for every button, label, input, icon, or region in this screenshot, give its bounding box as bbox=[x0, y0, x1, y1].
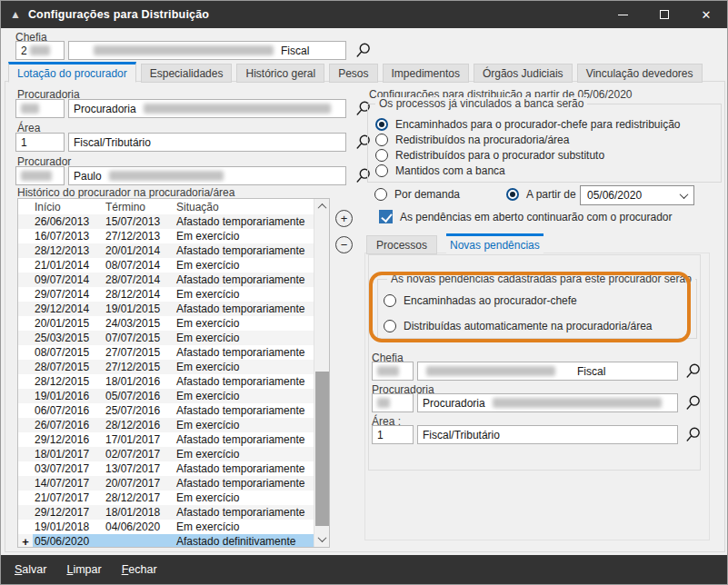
procuradoria-code-field[interactable] bbox=[15, 99, 65, 118]
procuradoria-right-name-field[interactable]: Procuradoria bbox=[417, 393, 678, 412]
radio-label: Distribuídas automaticamente na procurad… bbox=[404, 320, 652, 332]
chefia-top-code-field[interactable]: 2 bbox=[15, 41, 65, 60]
scrollbar-thumb[interactable] bbox=[315, 372, 329, 526]
maximize-button[interactable] bbox=[643, 1, 685, 28]
radio-option[interactable]: Redistribuídos para o procurador substit… bbox=[375, 147, 721, 163]
radio-option[interactable]: Redistribuídos na procuradoria/área bbox=[375, 132, 721, 147]
main-tab-label: Especialidades bbox=[150, 67, 224, 80]
minimize-button[interactable] bbox=[602, 1, 643, 28]
footer-button[interactable]: Fechar bbox=[122, 563, 157, 576]
table-row[interactable]: 19/01/2018 04/06/2020 Em exercício bbox=[18, 520, 329, 534]
table-row[interactable]: 09/07/2014 28/07/2014 Afastado temporari… bbox=[18, 273, 329, 287]
main-tab[interactable]: Vinculação devedores bbox=[577, 64, 703, 83]
table-row[interactable]: 26/06/2013 15/07/2013 Afastado temporari… bbox=[18, 214, 329, 229]
cell-inicio: 28/07/2015 bbox=[33, 360, 104, 374]
cell-situacao: Afastado temporariamente bbox=[175, 243, 329, 258]
add-row-button[interactable]: + bbox=[335, 210, 353, 227]
footer-button[interactable]: Limpar bbox=[66, 563, 101, 576]
pendencias-checkbox-row[interactable]: As pendências em aberto continuarão com … bbox=[379, 210, 673, 223]
procuradoria-row: Procuradoria bbox=[15, 99, 372, 118]
main-tab[interactable]: Órgãos Judiciais bbox=[474, 64, 573, 83]
redacted-text bbox=[21, 104, 39, 114]
main-tab-label: Histórico geral bbox=[245, 67, 315, 80]
main-tab-label: Impedimentos bbox=[392, 67, 460, 80]
row-marker bbox=[18, 287, 33, 302]
scroll-down-button[interactable] bbox=[314, 532, 329, 546]
area-name-field[interactable]: Fiscal/Tributário bbox=[68, 133, 346, 152]
radio-option[interactable]: Encaminhados para o procurador-chefe par… bbox=[375, 116, 721, 132]
procuradoria-name-field[interactable]: Procuradoria bbox=[68, 99, 346, 118]
table-row[interactable]: 18/01/2017 02/07/2017 Em exercício bbox=[18, 447, 329, 461]
table-row[interactable]: 29/12/2014 19/01/2015 Afastado temporari… bbox=[18, 302, 329, 316]
vinculados-options: Encaminhados para o procurador-chefe par… bbox=[368, 104, 721, 178]
remove-row-button[interactable]: − bbox=[335, 236, 353, 253]
table-row[interactable]: 21/07/2017 28/12/2017 Em exercício bbox=[18, 491, 329, 505]
procuradoria-right-code-field[interactable] bbox=[372, 393, 414, 412]
table-row[interactable]: 28/07/2015 27/12/2015 Em exercício bbox=[18, 360, 329, 374]
chefia-right-code-field[interactable] bbox=[372, 362, 414, 381]
footer-button[interactable]: Salvar bbox=[15, 563, 46, 576]
area-code-field[interactable]: 1 bbox=[15, 133, 65, 152]
main-tab[interactable]: Impedimentos bbox=[383, 64, 469, 83]
table-row[interactable]: 16/07/2013 27/12/2013 Em exercício bbox=[18, 229, 329, 243]
table-row[interactable]: 08/07/2015 27/07/2015 Afastado temporari… bbox=[18, 345, 329, 360]
chefia-right-row: Fiscal bbox=[372, 362, 702, 381]
area-right-name-field[interactable]: Fiscal/Tributário bbox=[417, 425, 678, 444]
chefia-top-name-field[interactable]: Fiscal bbox=[68, 41, 346, 60]
col-situacao: Situação bbox=[175, 199, 329, 214]
area-right-search-button[interactable] bbox=[683, 426, 702, 444]
redacted-text bbox=[377, 398, 390, 408]
radio-option[interactable]: Mantidos com a banca bbox=[375, 163, 721, 178]
table-row[interactable]: 21/01/2014 08/07/2014 Em exercício bbox=[18, 258, 329, 273]
chefia-top-search-button[interactable] bbox=[354, 42, 372, 60]
sub-tab[interactable]: Novas pendências bbox=[446, 233, 544, 254]
radio-option[interactable]: Encaminhadas ao procurador-chefe bbox=[384, 292, 696, 308]
main-tab[interactable]: Especialidades bbox=[141, 64, 233, 83]
radio-option[interactable]: Distribuídas automaticamente na procurad… bbox=[384, 318, 696, 333]
cell-inicio: 18/01/2017 bbox=[33, 447, 104, 461]
table-row[interactable]: 29/07/2014 28/12/2014 Em exercício bbox=[18, 287, 329, 302]
radio-a-partir-de[interactable]: A partir de bbox=[506, 188, 576, 201]
table-row[interactable]: 25/03/2015 07/07/2015 Em exercício bbox=[18, 331, 329, 345]
cell-inicio: 06/07/2016 bbox=[33, 403, 104, 418]
close-button[interactable]: ✕ bbox=[685, 1, 727, 28]
minimize-icon bbox=[618, 15, 628, 15]
scroll-up-button[interactable] bbox=[314, 200, 329, 213]
chefia-right-search-button[interactable] bbox=[683, 362, 702, 381]
novas-groupbox: As novas pendências cadastradas para est… bbox=[377, 279, 697, 339]
area-right-code-field[interactable]: 1 bbox=[372, 425, 414, 444]
main-tab-label: Vinculação devedores bbox=[586, 67, 693, 80]
cell-termino: 28/12/2017 bbox=[104, 491, 175, 505]
main-tab-label: Órgãos Judiciais bbox=[483, 67, 563, 80]
main-tab[interactable]: Histórico geral bbox=[236, 64, 324, 83]
cell-situacao: Em exercício bbox=[175, 331, 329, 345]
table-row[interactable]: 14/07/2017 20/07/2017 Afastado temporari… bbox=[18, 476, 329, 491]
table-row[interactable]: 19/01/2016 05/07/2016 Em exercício bbox=[18, 389, 329, 403]
cell-inicio: 08/07/2015 bbox=[33, 345, 104, 360]
table-row[interactable]: 28/12/2013 20/01/2014 Afastado temporari… bbox=[18, 243, 329, 258]
row-marker bbox=[18, 374, 33, 389]
table-row[interactable]: 06/07/2016 25/07/2016 Afastado temporari… bbox=[18, 403, 329, 418]
procurador-name-field[interactable]: Paulo bbox=[68, 166, 346, 185]
procuradoria-right-search-button[interactable] bbox=[683, 394, 702, 412]
cell-inicio: 19/01/2018 bbox=[33, 520, 104, 534]
date-combobox[interactable]: 05/06/2020 bbox=[580, 185, 694, 205]
radio-por-demanda[interactable]: Por demanda bbox=[374, 188, 460, 201]
table-row[interactable]: 28/12/2015 18/01/2016 Afastado temporari… bbox=[18, 374, 329, 389]
chefia-right-name-field[interactable]: Fiscal bbox=[417, 362, 678, 381]
table-scrollbar[interactable] bbox=[314, 199, 329, 547]
radio-icon bbox=[384, 294, 396, 307]
table-row[interactable]: 29/12/2016 17/01/2017 Afastado temporari… bbox=[18, 432, 329, 447]
procurador-row: Paulo bbox=[15, 166, 372, 185]
table-row[interactable]: 29/12/2017 18/01/2018 Afastado temporari… bbox=[18, 505, 329, 520]
table-row[interactable]: + 05/06/2020 Afastado definitivamente bbox=[18, 534, 329, 548]
row-marker bbox=[18, 229, 33, 243]
main-tab[interactable]: Pesos bbox=[329, 64, 377, 83]
sub-tab[interactable]: Processos bbox=[366, 235, 437, 254]
main-tab[interactable]: Lotação do procurador bbox=[8, 62, 136, 83]
procurador-code-field[interactable] bbox=[15, 166, 65, 185]
cell-inicio: 19/01/2016 bbox=[33, 389, 104, 403]
table-row[interactable]: 26/07/2016 28/12/2016 Em exercício bbox=[18, 418, 329, 432]
table-row[interactable]: 03/07/2017 13/07/2017 Afastado temporari… bbox=[18, 461, 329, 476]
table-row[interactable]: 20/01/2015 24/03/2015 Em exercício bbox=[18, 316, 329, 331]
